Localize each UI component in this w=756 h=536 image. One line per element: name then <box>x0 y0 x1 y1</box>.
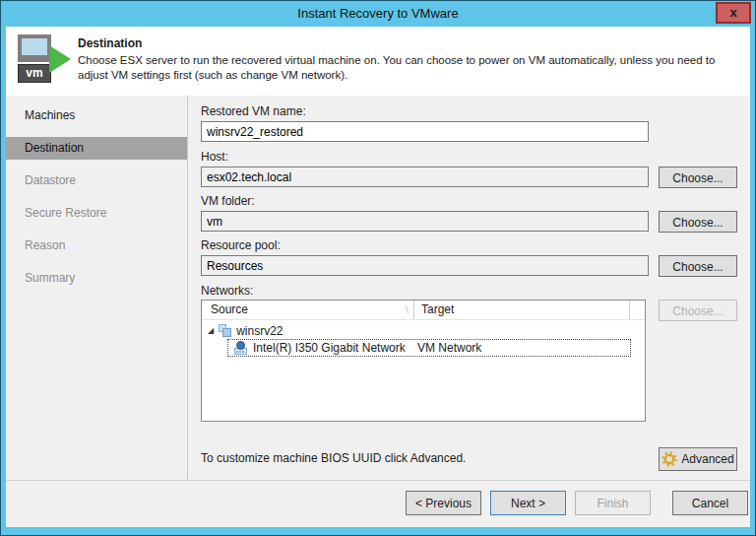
advanced-button[interactable]: Advanced <box>659 447 737 471</box>
title-bar: Instant Recovery to VMware x <box>1 1 755 27</box>
vm-folder-input[interactable] <box>201 211 649 232</box>
vm-badge: vm <box>18 64 51 83</box>
tree-node-vm[interactable]: ◢ winsrv22 <box>208 322 284 339</box>
sidebar-item-machines[interactable]: Machines <box>6 104 187 127</box>
resource-pool-choose-button[interactable]: Choose... <box>659 255 737 277</box>
bios-uuid-note: To customize machine BIOS UUID click Adv… <box>201 451 466 465</box>
green-arrow-icon <box>49 45 71 73</box>
wizard-header: vm Destination Choose ESX server to run … <box>6 27 750 96</box>
network-adapter-icon <box>233 341 249 355</box>
sidebar-item-datastore: Datastore <box>6 169 187 192</box>
steps-sidebar: Machines Destination Datastore Secure Re… <box>6 96 188 480</box>
host-label: Host: <box>201 150 228 164</box>
previous-button[interactable]: < Previous <box>406 491 481 515</box>
vm-folder-choose-button[interactable]: Choose... <box>659 211 737 233</box>
column-header-source[interactable]: Source \ <box>202 301 414 319</box>
column-header-target[interactable]: Target <box>414 301 630 319</box>
close-button[interactable]: x <box>716 2 751 24</box>
resource-pool-input[interactable] <box>201 255 649 276</box>
step-description: Choose ESX server to run the recovered v… <box>78 53 734 83</box>
step-content: Restored VM name: Host: Choose... VM fol… <box>189 96 750 480</box>
wizard-body: Machines Destination Datastore Secure Re… <box>6 96 750 480</box>
sidebar-item-secure-restore: Secure Restore <box>6 202 187 225</box>
sidebar-item-destination[interactable]: Destination <box>6 137 187 160</box>
vm-restore-icon: vm <box>14 34 73 85</box>
networks-label: Networks: <box>201 284 253 298</box>
network-target: VM Network <box>417 341 481 355</box>
expand-arrow-icon[interactable]: ◢ <box>208 327 214 335</box>
networks-table: Source \ Target ◢ winsrv22 <box>201 300 646 422</box>
wizard-footer: < Previous Next > Finish Cancel <box>6 480 750 527</box>
step-title: Destination <box>78 36 142 50</box>
vm-folder-label: VM folder: <box>201 194 255 208</box>
column-divider-icon: \ <box>406 301 409 319</box>
network-source: Intel(R) I350 Gigabit Network <box>253 341 417 355</box>
wizard-window: Instant Recovery to VMware x vm Destinat… <box>0 0 756 536</box>
host-input[interactable] <box>201 167 649 187</box>
tree-node-network-row[interactable]: Intel(R) I350 Gigabit Network VM Network <box>227 339 631 357</box>
finish-button: Finish <box>575 491 651 515</box>
host-choose-button[interactable]: Choose... <box>659 167 737 188</box>
networks-table-header: Source \ Target <box>202 301 645 320</box>
networks-choose-button: Choose... <box>659 300 737 321</box>
tree-node-vm-label: winsrv22 <box>236 324 283 338</box>
close-icon: x <box>729 5 736 20</box>
gear-icon <box>662 451 677 467</box>
restored-vm-name-label: Restored VM name: <box>201 104 306 118</box>
advanced-button-label: Advanced <box>681 452 733 466</box>
window-title: Instant Recovery to VMware <box>297 1 458 27</box>
restored-vm-name-input[interactable] <box>201 121 649 142</box>
vm-icon <box>219 324 233 338</box>
cancel-button[interactable]: Cancel <box>672 491 748 515</box>
next-button[interactable]: Next > <box>490 491 566 515</box>
resource-pool-label: Resource pool: <box>201 238 281 252</box>
networks-tree: ◢ winsrv22 Intel(R) I350 Gi <box>202 320 645 421</box>
sidebar-item-reason: Reason <box>6 234 187 257</box>
sidebar-item-summary: Summary <box>6 267 187 290</box>
